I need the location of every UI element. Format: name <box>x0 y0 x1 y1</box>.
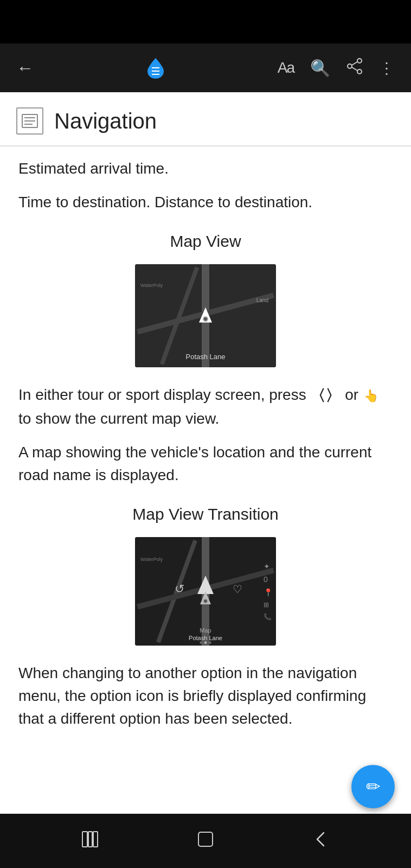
recent-apps-button[interactable] <box>70 825 110 858</box>
svg-point-5 <box>348 64 352 68</box>
map1-water-label: WaterPoly <box>140 283 163 288</box>
svg-line-6 <box>352 62 357 65</box>
theme-icon[interactable] <box>145 56 166 80</box>
svg-point-3 <box>357 59 362 63</box>
share-button[interactable] <box>346 58 363 78</box>
map2-page-dots <box>200 641 211 644</box>
svg-point-4 <box>357 69 362 74</box>
svg-rect-12 <box>82 832 87 847</box>
toolbar-right-icons: Aa 🔍 ⋮ <box>278 58 395 78</box>
map2-heart-icon: ♡ <box>233 583 242 596</box>
map2-street-label: Potash Lane <box>189 635 222 641</box>
map1-street-label: Potash Lane <box>185 353 225 361</box>
map-view-heading: Map View <box>18 229 393 253</box>
angle-bracket-icon: 〈〉 <box>310 387 341 405</box>
map1-land-label: Land <box>256 297 268 303</box>
svg-line-7 <box>352 67 357 71</box>
map-description-2: A map showing the vehicle's location and… <box>18 441 393 487</box>
map-view-image: WaterPoly Land Potash Lane <box>135 264 276 367</box>
page-title: Navigation <box>54 109 157 133</box>
map-view-image-container: WaterPoly Land Potash Lane <box>18 264 393 367</box>
section-icon <box>16 107 43 135</box>
more-button[interactable]: ⋮ <box>379 59 395 77</box>
home-button[interactable] <box>185 825 226 858</box>
section-header: Navigation <box>0 92 411 146</box>
map-description-1: In either tour or sport display screen, … <box>18 384 393 430</box>
estimated-arrival-text: Estimated arrival time. <box>18 157 393 180</box>
map2-water-label: WaterPoly <box>140 557 163 562</box>
toolbar: ← Aa 🔍 ⋮ <box>0 43 411 92</box>
map2-refresh-icon: ↺ <box>175 582 184 596</box>
map-transition-heading: Map View Transition <box>18 502 393 526</box>
back-button-nav[interactable] <box>301 825 341 858</box>
map2-map-sublabel: Map <box>200 627 211 634</box>
edit-icon: ✏ <box>366 776 381 797</box>
map2-number-0: 0 <box>264 575 273 584</box>
map-transition-image-container: WaterPoly ↺ ♡ ✦ 0 📍 ⊞ 📞 Map Potash Lane <box>18 537 393 646</box>
bottom-nav-bar <box>0 814 411 868</box>
map1-location-dot <box>203 316 208 322</box>
map2-phone-icon: 📞 <box>264 613 273 621</box>
map2-location-dot <box>203 598 208 604</box>
map2-right-icons: ✦ 0 📍 ⊞ 📞 <box>264 562 273 621</box>
map2-pin-icon: 📍 <box>264 588 273 597</box>
svg-rect-13 <box>88 832 92 847</box>
font-size-button[interactable]: Aa <box>278 59 294 76</box>
map2-photo-icon: ⊞ <box>264 601 273 609</box>
back-button[interactable]: ← <box>16 58 34 78</box>
time-distance-text: Time to destination. Distance to destina… <box>18 191 393 214</box>
search-button[interactable]: 🔍 <box>310 59 330 78</box>
touch-icon: 👆 <box>364 387 378 405</box>
svg-rect-15 <box>198 832 213 846</box>
map2-brightness-icon: ✦ <box>264 562 273 571</box>
main-content: Estimated arrival time. Time to destinat… <box>0 146 411 814</box>
transition-description: When changing to another option in the n… <box>18 662 393 730</box>
fab-edit-button[interactable]: ✏ <box>351 765 395 808</box>
status-bar <box>0 0 411 43</box>
map-transition-image: WaterPoly ↺ ♡ ✦ 0 📍 ⊞ 📞 Map Potash Lane <box>135 537 276 646</box>
svg-rect-14 <box>93 832 98 847</box>
